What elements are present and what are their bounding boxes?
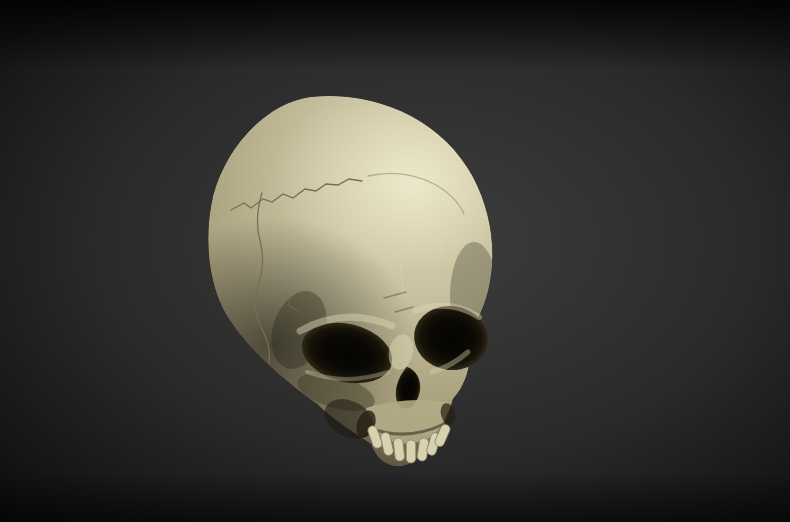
- bottom-vignette: [0, 472, 790, 522]
- top-vignette: [0, 0, 790, 70]
- viewport-canvas[interactable]: [0, 0, 790, 522]
- tooth: [393, 438, 405, 462]
- tooth: [406, 440, 416, 463]
- sculpt-viewport[interactable]: [0, 0, 790, 522]
